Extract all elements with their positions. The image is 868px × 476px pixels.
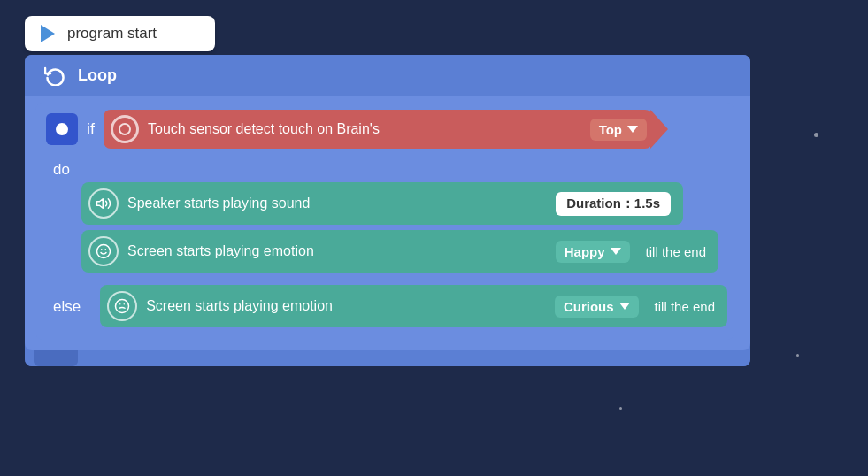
screen-curious-text: Screen starts playing emotion — [146, 298, 546, 314]
if-header: if Touch sensor detect touch on Brain's … — [35, 103, 734, 156]
svg-marker-0 — [97, 199, 104, 209]
duration-value: Duration：1.5s — [566, 196, 660, 211]
do-blocks: Speaker starts playing sound Duration：1.… — [35, 182, 734, 281]
condition-block[interactable]: Touch sensor detect touch on Brain's Top — [104, 110, 652, 149]
loop-body: if Touch sensor detect touch on Brain's … — [25, 96, 750, 350]
screen-curious-icon — [107, 291, 137, 321]
happy-dropdown-label: Happy — [565, 244, 605, 259]
till-end-text-1: till the end — [646, 244, 706, 259]
if-block: if Touch sensor detect touch on Brain's … — [35, 103, 734, 340]
play-icon — [37, 23, 58, 44]
speaker-icon — [88, 188, 119, 219]
loop-header[interactable]: Loop — [25, 55, 750, 96]
else-label: else — [53, 293, 91, 319]
svg-point-4 — [116, 300, 129, 313]
if-label: if — [87, 120, 95, 139]
curious-dropdown[interactable]: Curious — [555, 296, 639, 318]
if-indicator-dot — [56, 123, 68, 135]
happy-dropdown[interactable]: Happy — [556, 241, 630, 263]
speaker-action-block[interactable]: Speaker starts playing sound Duration：1.… — [81, 182, 683, 225]
screen-happy-action-row: Screen starts playing emotion Happy till… — [81, 230, 727, 273]
do-section: do — [35, 156, 734, 281]
top-dropdown-arrow — [627, 126, 638, 133]
touch-sensor-icon — [111, 115, 139, 143]
loop-icon — [42, 63, 67, 88]
screen-happy-action-block[interactable]: Screen starts playing emotion Happy till… — [81, 230, 718, 273]
curious-dropdown-arrow — [619, 303, 630, 310]
svg-point-1 — [97, 245, 111, 258]
blocks-workspace: program start Loop if — [25, 16, 750, 366]
speaker-action-text: Speaker starts playing sound — [127, 196, 547, 211]
duration-param[interactable]: Duration：1.5s — [556, 192, 671, 216]
top-dropdown[interactable]: Top — [590, 119, 647, 141]
till-end-text-2: till the end — [655, 299, 715, 314]
program-start-label: program start — [67, 25, 157, 42]
speaker-action-row: Speaker starts playing sound Duration：1.… — [81, 182, 727, 225]
happy-dropdown-arrow — [611, 248, 621, 255]
condition-text: Touch sensor detect touch on Brain's — [148, 121, 590, 137]
if-indicator — [46, 113, 78, 145]
loop-block: Loop if Touch sensor detect — [25, 55, 750, 366]
else-section: else Screen starts playing emotion — [35, 281, 734, 331]
screen-happy-text: Screen starts playing emotion — [127, 243, 547, 259]
screen-curious-action-block[interactable]: Screen starts playing emotion Curious ti… — [100, 285, 727, 327]
loop-label: Loop — [78, 66, 117, 85]
screen-happy-icon — [88, 236, 119, 266]
program-start-block[interactable]: program start — [25, 16, 215, 51]
do-label: do — [35, 156, 734, 182]
top-dropdown-label: Top — [599, 122, 622, 137]
curious-dropdown-label: Curious — [564, 299, 614, 314]
